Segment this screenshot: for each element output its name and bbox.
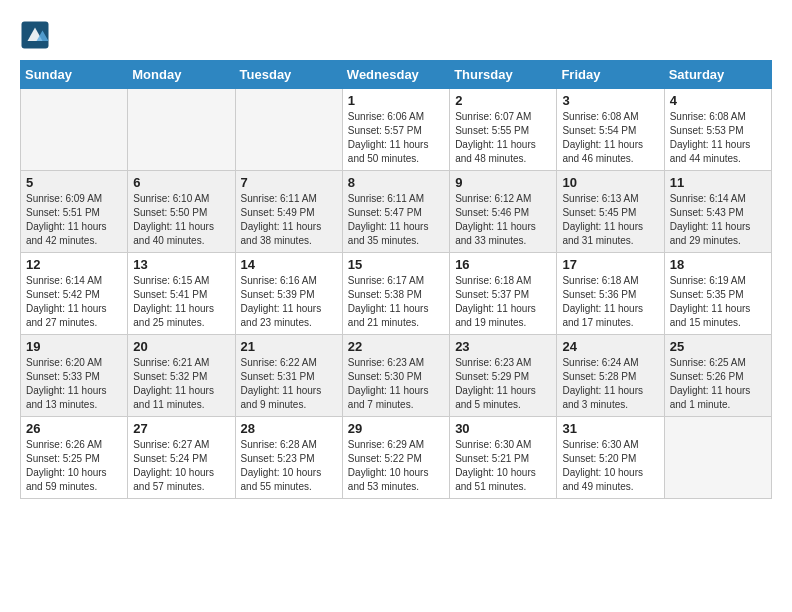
calendar-day-cell — [21, 89, 128, 171]
calendar-day-cell: 20Sunrise: 6:21 AMSunset: 5:32 PMDayligh… — [128, 335, 235, 417]
calendar-day-cell: 12Sunrise: 6:14 AMSunset: 5:42 PMDayligh… — [21, 253, 128, 335]
day-number: 23 — [455, 339, 551, 354]
calendar-day-cell: 22Sunrise: 6:23 AMSunset: 5:30 PMDayligh… — [342, 335, 449, 417]
page-header — [20, 20, 772, 50]
day-info: Sunrise: 6:23 AMSunset: 5:30 PMDaylight:… — [348, 356, 444, 412]
day-info: Sunrise: 6:13 AMSunset: 5:45 PMDaylight:… — [562, 192, 658, 248]
day-number: 8 — [348, 175, 444, 190]
day-number: 19 — [26, 339, 122, 354]
day-info: Sunrise: 6:12 AMSunset: 5:46 PMDaylight:… — [455, 192, 551, 248]
day-info: Sunrise: 6:30 AMSunset: 5:21 PMDaylight:… — [455, 438, 551, 494]
weekday-header: Saturday — [664, 61, 771, 89]
day-info: Sunrise: 6:22 AMSunset: 5:31 PMDaylight:… — [241, 356, 337, 412]
calendar-day-cell — [235, 89, 342, 171]
day-number: 16 — [455, 257, 551, 272]
calendar-day-cell: 18Sunrise: 6:19 AMSunset: 5:35 PMDayligh… — [664, 253, 771, 335]
day-number: 21 — [241, 339, 337, 354]
weekday-header: Sunday — [21, 61, 128, 89]
calendar-day-cell: 7Sunrise: 6:11 AMSunset: 5:49 PMDaylight… — [235, 171, 342, 253]
calendar-day-cell: 1Sunrise: 6:06 AMSunset: 5:57 PMDaylight… — [342, 89, 449, 171]
day-info: Sunrise: 6:20 AMSunset: 5:33 PMDaylight:… — [26, 356, 122, 412]
calendar-day-cell: 2Sunrise: 6:07 AMSunset: 5:55 PMDaylight… — [450, 89, 557, 171]
day-info: Sunrise: 6:26 AMSunset: 5:25 PMDaylight:… — [26, 438, 122, 494]
day-number: 17 — [562, 257, 658, 272]
day-info: Sunrise: 6:10 AMSunset: 5:50 PMDaylight:… — [133, 192, 229, 248]
calendar-week-row: 26Sunrise: 6:26 AMSunset: 5:25 PMDayligh… — [21, 417, 772, 499]
day-info: Sunrise: 6:08 AMSunset: 5:54 PMDaylight:… — [562, 110, 658, 166]
calendar-header-row: SundayMondayTuesdayWednesdayThursdayFrid… — [21, 61, 772, 89]
day-info: Sunrise: 6:09 AMSunset: 5:51 PMDaylight:… — [26, 192, 122, 248]
day-info: Sunrise: 6:11 AMSunset: 5:49 PMDaylight:… — [241, 192, 337, 248]
day-number: 24 — [562, 339, 658, 354]
day-info: Sunrise: 6:18 AMSunset: 5:37 PMDaylight:… — [455, 274, 551, 330]
calendar-day-cell: 16Sunrise: 6:18 AMSunset: 5:37 PMDayligh… — [450, 253, 557, 335]
day-number: 1 — [348, 93, 444, 108]
calendar-day-cell: 5Sunrise: 6:09 AMSunset: 5:51 PMDaylight… — [21, 171, 128, 253]
day-info: Sunrise: 6:28 AMSunset: 5:23 PMDaylight:… — [241, 438, 337, 494]
day-number: 11 — [670, 175, 766, 190]
day-number: 7 — [241, 175, 337, 190]
day-number: 2 — [455, 93, 551, 108]
logo-icon — [20, 20, 50, 50]
weekday-header: Tuesday — [235, 61, 342, 89]
day-info: Sunrise: 6:14 AMSunset: 5:42 PMDaylight:… — [26, 274, 122, 330]
day-number: 13 — [133, 257, 229, 272]
calendar-day-cell: 9Sunrise: 6:12 AMSunset: 5:46 PMDaylight… — [450, 171, 557, 253]
day-number: 29 — [348, 421, 444, 436]
calendar-day-cell: 26Sunrise: 6:26 AMSunset: 5:25 PMDayligh… — [21, 417, 128, 499]
day-info: Sunrise: 6:29 AMSunset: 5:22 PMDaylight:… — [348, 438, 444, 494]
day-info: Sunrise: 6:30 AMSunset: 5:20 PMDaylight:… — [562, 438, 658, 494]
day-number: 12 — [26, 257, 122, 272]
calendar-day-cell: 28Sunrise: 6:28 AMSunset: 5:23 PMDayligh… — [235, 417, 342, 499]
calendar-week-row: 19Sunrise: 6:20 AMSunset: 5:33 PMDayligh… — [21, 335, 772, 417]
weekday-header: Wednesday — [342, 61, 449, 89]
day-number: 26 — [26, 421, 122, 436]
calendar-day-cell: 25Sunrise: 6:25 AMSunset: 5:26 PMDayligh… — [664, 335, 771, 417]
day-number: 3 — [562, 93, 658, 108]
day-info: Sunrise: 6:11 AMSunset: 5:47 PMDaylight:… — [348, 192, 444, 248]
calendar-week-row: 12Sunrise: 6:14 AMSunset: 5:42 PMDayligh… — [21, 253, 772, 335]
calendar-day-cell: 17Sunrise: 6:18 AMSunset: 5:36 PMDayligh… — [557, 253, 664, 335]
day-info: Sunrise: 6:14 AMSunset: 5:43 PMDaylight:… — [670, 192, 766, 248]
calendar-day-cell: 13Sunrise: 6:15 AMSunset: 5:41 PMDayligh… — [128, 253, 235, 335]
day-info: Sunrise: 6:18 AMSunset: 5:36 PMDaylight:… — [562, 274, 658, 330]
calendar-table: SundayMondayTuesdayWednesdayThursdayFrid… — [20, 60, 772, 499]
day-info: Sunrise: 6:25 AMSunset: 5:26 PMDaylight:… — [670, 356, 766, 412]
calendar-day-cell: 8Sunrise: 6:11 AMSunset: 5:47 PMDaylight… — [342, 171, 449, 253]
calendar-day-cell: 19Sunrise: 6:20 AMSunset: 5:33 PMDayligh… — [21, 335, 128, 417]
calendar-day-cell: 4Sunrise: 6:08 AMSunset: 5:53 PMDaylight… — [664, 89, 771, 171]
day-info: Sunrise: 6:16 AMSunset: 5:39 PMDaylight:… — [241, 274, 337, 330]
day-info: Sunrise: 6:17 AMSunset: 5:38 PMDaylight:… — [348, 274, 444, 330]
calendar-day-cell: 29Sunrise: 6:29 AMSunset: 5:22 PMDayligh… — [342, 417, 449, 499]
day-number: 28 — [241, 421, 337, 436]
calendar-day-cell: 24Sunrise: 6:24 AMSunset: 5:28 PMDayligh… — [557, 335, 664, 417]
day-number: 22 — [348, 339, 444, 354]
calendar-day-cell — [664, 417, 771, 499]
day-number: 14 — [241, 257, 337, 272]
day-number: 6 — [133, 175, 229, 190]
weekday-header: Thursday — [450, 61, 557, 89]
calendar-day-cell — [128, 89, 235, 171]
day-info: Sunrise: 6:07 AMSunset: 5:55 PMDaylight:… — [455, 110, 551, 166]
calendar-day-cell: 10Sunrise: 6:13 AMSunset: 5:45 PMDayligh… — [557, 171, 664, 253]
calendar-day-cell: 31Sunrise: 6:30 AMSunset: 5:20 PMDayligh… — [557, 417, 664, 499]
calendar-day-cell: 30Sunrise: 6:30 AMSunset: 5:21 PMDayligh… — [450, 417, 557, 499]
calendar-day-cell: 3Sunrise: 6:08 AMSunset: 5:54 PMDaylight… — [557, 89, 664, 171]
day-info: Sunrise: 6:08 AMSunset: 5:53 PMDaylight:… — [670, 110, 766, 166]
day-number: 25 — [670, 339, 766, 354]
day-number: 15 — [348, 257, 444, 272]
day-info: Sunrise: 6:23 AMSunset: 5:29 PMDaylight:… — [455, 356, 551, 412]
day-number: 31 — [562, 421, 658, 436]
calendar-week-row: 5Sunrise: 6:09 AMSunset: 5:51 PMDaylight… — [21, 171, 772, 253]
day-info: Sunrise: 6:24 AMSunset: 5:28 PMDaylight:… — [562, 356, 658, 412]
calendar-day-cell: 23Sunrise: 6:23 AMSunset: 5:29 PMDayligh… — [450, 335, 557, 417]
calendar-day-cell: 11Sunrise: 6:14 AMSunset: 5:43 PMDayligh… — [664, 171, 771, 253]
calendar-day-cell: 6Sunrise: 6:10 AMSunset: 5:50 PMDaylight… — [128, 171, 235, 253]
weekday-header: Monday — [128, 61, 235, 89]
day-info: Sunrise: 6:27 AMSunset: 5:24 PMDaylight:… — [133, 438, 229, 494]
day-number: 18 — [670, 257, 766, 272]
calendar-week-row: 1Sunrise: 6:06 AMSunset: 5:57 PMDaylight… — [21, 89, 772, 171]
calendar-day-cell: 21Sunrise: 6:22 AMSunset: 5:31 PMDayligh… — [235, 335, 342, 417]
day-number: 5 — [26, 175, 122, 190]
day-info: Sunrise: 6:21 AMSunset: 5:32 PMDaylight:… — [133, 356, 229, 412]
